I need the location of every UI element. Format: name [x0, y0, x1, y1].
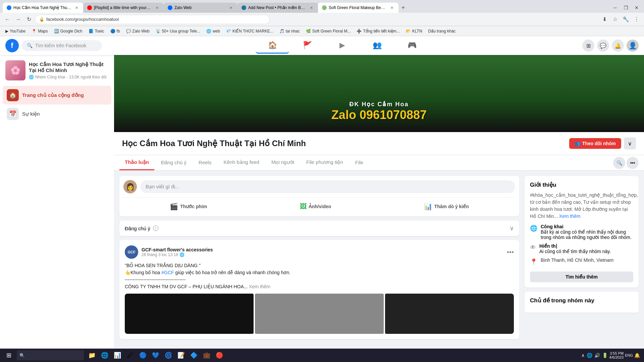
post-see-more[interactable]: Xem thêm — [249, 284, 270, 289]
bookmark-savings[interactable]: ➕ Tổng tiền tiết kiệm... — [354, 28, 402, 34]
new-tab-button[interactable]: + — [398, 3, 408, 12]
extensions-icon[interactable]: 🔧 — [621, 15, 631, 24]
tab-file-phuong-tien[interactable]: File phương tiện — [301, 155, 348, 170]
photo-action[interactable]: 🖼 Ảnh/video — [296, 201, 335, 213]
tab-youtube[interactable]: [Playlist] a little time with yourse... … — [83, 3, 164, 13]
learn-more-button[interactable]: Tìm hiểu thêm — [530, 272, 633, 282]
subscribe-section[interactable]: Đăng chú ý i ∨ — [119, 221, 519, 236]
browser-menu-button[interactable]: ⋮ — [632, 15, 641, 24]
taskbar-app-onenote[interactable]: 🖊 — [124, 349, 136, 361]
taskbar-app-teams[interactable]: 💙 — [150, 349, 162, 361]
tray-up-arrow[interactable]: ∧ — [581, 353, 585, 358]
photo-label: Ảnh/video — [309, 204, 331, 209]
close-window-button[interactable]: ✕ — [632, 3, 641, 12]
search-icon: 🔍 — [27, 43, 33, 48]
nav-gaming[interactable]: 🎮 — [395, 38, 429, 54]
tab-close-fb[interactable]: ✕ — [74, 5, 79, 10]
taskbar-app-file-explorer[interactable]: 📁 — [86, 349, 98, 361]
bookmark-toeic[interactable]: 📘 Toeic — [86, 28, 107, 34]
taskbar-app-other[interactable]: 💼 — [201, 349, 213, 361]
tab-close-sg[interactable]: ✕ — [389, 5, 394, 10]
download-icon[interactable]: ⬇ — [600, 15, 609, 24]
bookmark-softgreen[interactable]: 🌿 Soft Green Floral M... — [303, 28, 354, 34]
reload-button[interactable]: ↻ — [24, 15, 34, 24]
address-bar[interactable]: 🔒 facebook.com/groups/hoccamhoatuoi — [35, 15, 270, 24]
bookmark-youtube[interactable]: ▶ YouTube — [3, 28, 28, 34]
facebook-logo[interactable]: f — [5, 39, 19, 52]
bookmark-sg-label: Soft Green Floral M... — [312, 29, 351, 34]
tab-kenh-bang-feed[interactable]: Kênh bảng feed — [218, 155, 265, 170]
bookmark-zalo[interactable]: 💬 Zalo Web — [123, 28, 152, 34]
tab-wordpress[interactable]: Add New Post • Phần mềm Bán H... ✕ — [237, 3, 318, 13]
post-author-name[interactable]: GCF-smart flower's accessories — [142, 247, 213, 252]
nav-people[interactable]: 👥 — [360, 38, 394, 54]
taskbar-app-outlook[interactable]: 🔷 — [188, 349, 200, 361]
facebook-search-box[interactable]: 🔍 Tìm kiếm trên Facebook — [21, 40, 102, 51]
bookmark-translate[interactable]: 🔤 Google Dich — [51, 28, 85, 34]
back-button[interactable]: ← — [3, 15, 12, 24]
volume-icon[interactable]: 🔊 — [594, 353, 600, 358]
sidebar-events-label: Sự kiện — [22, 111, 40, 117]
taskbar-clock[interactable]: 3:55 PM 4/6/2023 — [609, 351, 624, 359]
tab-softgreen[interactable]: Soft Green Floral Makeup Beauty ✕ — [318, 3, 398, 13]
minimize-button[interactable]: ─ — [610, 3, 620, 12]
restore-button[interactable]: ❐ — [621, 3, 631, 12]
tab-dang-chu-y[interactable]: Đăng chú ý — [156, 156, 192, 170]
taskbar-app-zalo[interactable]: 🌀 — [162, 349, 174, 361]
taskbar-app-chrome[interactable]: 🔵 — [137, 349, 149, 361]
cover-phone-text: Zalo 0961070887 — [331, 108, 427, 122]
about-see-more[interactable]: Xem thêm — [559, 214, 581, 219]
tab-facebook[interactable]: Học Cắm Hoa Tươi Nghệ Thuật T... ✕ — [3, 3, 83, 13]
post-info: GCF-smart flower's accessories 28 tháng … — [142, 247, 213, 257]
tabs-search-button[interactable]: 🔍 — [613, 157, 625, 169]
bookmark-zalo-icon: 💬 — [126, 29, 131, 34]
follow-label: Theo dõi nhóm — [582, 141, 616, 146]
bookmark-more[interactable]: Dấu trang khác — [426, 28, 459, 34]
tab-moi-nguoi[interactable]: Mọi người — [266, 155, 300, 170]
tab-close-wp[interactable]: ✕ — [309, 5, 314, 10]
nav-video[interactable]: ▶ — [325, 38, 359, 54]
group-actions-chevron[interactable]: ∨ — [624, 137, 636, 149]
taskbar-app-red[interactable]: 🔴 — [213, 349, 225, 361]
tab-thao-luan[interactable]: Thảo luận — [119, 155, 154, 170]
taskbar-app-word[interactable]: 📝 — [175, 349, 187, 361]
notification-center[interactable]: 🔔 — [634, 353, 640, 358]
bookmark-fb[interactable]: 🔵 fb — [108, 28, 123, 34]
network-icon[interactable]: 🌐 — [587, 353, 592, 358]
forward-button[interactable]: → — [13, 15, 23, 24]
post-more-button[interactable]: ••• — [507, 248, 514, 256]
bookmark-music[interactable]: 🎵 tai nhac — [277, 28, 303, 34]
tabs-more-button[interactable]: ••• — [627, 157, 639, 169]
bookmark-usa-group[interactable]: 📡 50+ Usa group Tele... — [153, 28, 203, 34]
bookmark-maps[interactable]: 📍 Maps — [29, 28, 50, 34]
tab-zalo[interactable]: Zalo Web ✕ — [164, 3, 237, 13]
nav-home[interactable]: 🏠 — [256, 38, 289, 54]
post-line2: 👆Khung bố hoa #GCF giúp việc bó hoa trở … — [125, 269, 514, 276]
taskbar-app-excel[interactable]: 📊 — [111, 349, 123, 361]
tab-close-yt[interactable]: ✕ — [154, 5, 160, 10]
bookmark-web[interactable]: 🌐 web — [204, 28, 223, 34]
sidebar-item-events[interactable]: 📅 Sự kiện — [3, 105, 111, 123]
composer-input[interactable]: Bạn viết gì đi... — [140, 180, 515, 193]
battery-icon[interactable]: 🔋 — [602, 353, 608, 358]
bookmark-star-icon[interactable]: ☆ — [610, 15, 620, 24]
poll-action[interactable]: 📊 Thăm dò ý kiến — [420, 200, 473, 213]
bookmark-kltn[interactable]: 📂 KLTN — [403, 28, 425, 34]
tab-file[interactable]: File — [350, 156, 369, 170]
tab-reels[interactable]: Reels — [193, 156, 217, 170]
apps-grid-icon[interactable]: ⊞ — [582, 40, 594, 52]
bookmark-marketing[interactable]: 💎 KIẾN THỨC MARKE... — [223, 28, 276, 34]
taskbar-app-edge[interactable]: 🌐 — [99, 349, 111, 361]
follow-group-button[interactable]: 👥 Theo dõi nhóm — [569, 138, 621, 149]
start-button[interactable]: ⊞ — [1, 349, 16, 361]
taskbar-search[interactable]: 🔍 — [17, 350, 84, 360]
post-hashtag[interactable]: #GCF — [161, 270, 174, 275]
tab-close-zalo[interactable]: ✕ — [228, 5, 233, 10]
sidebar-item-home[interactable]: 🏠 Trang chủ của cộng đồng — [3, 86, 111, 105]
language-indicator[interactable]: ENG — [625, 353, 633, 357]
user-avatar[interactable]: 👤 — [627, 40, 639, 52]
video-action[interactable]: 🎬 Thước phim — [166, 200, 211, 213]
nav-flag[interactable]: 🚩 — [290, 38, 324, 54]
notifications-icon[interactable]: 🔔 — [612, 40, 624, 52]
messenger-icon[interactable]: 💬 — [597, 40, 609, 52]
